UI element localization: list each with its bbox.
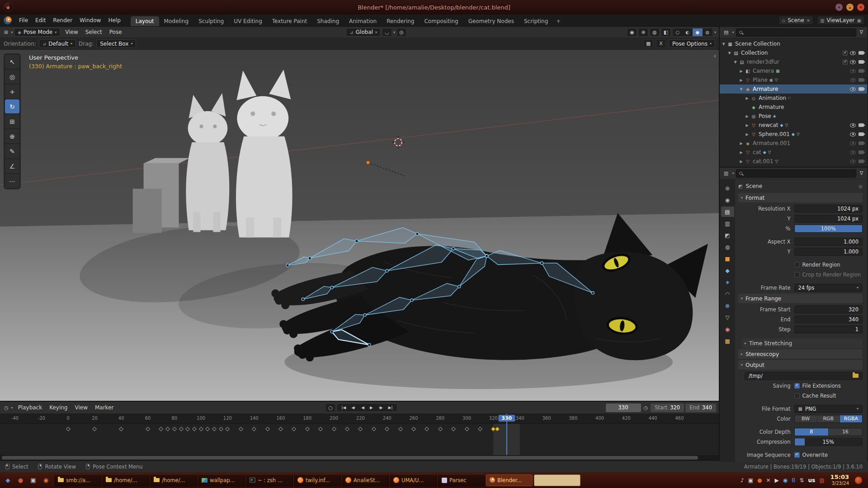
pose-options-dropdown[interactable]: Pose Options ▾ (669, 39, 715, 48)
properties-tab-output[interactable]: ▤ (721, 206, 734, 217)
transform-pivot-icon[interactable]: ▦ (643, 39, 653, 48)
properties-tab-tool[interactable]: ⊛ (721, 183, 734, 193)
flag-icon[interactable]: ▨ (819, 477, 824, 483)
taskbar-window-uma-u[interactable]: UMA/U... (390, 474, 437, 486)
timeline-ruler[interactable]: -40-200204060801001201401601802002202402… (0, 414, 719, 424)
drag-dropdown[interactable]: Select Box ▾ (96, 39, 136, 48)
menu-window[interactable]: Window (76, 16, 104, 25)
properties-tab-constraints[interactable]: ⊗ (721, 300, 734, 311)
bone-joint[interactable] (540, 262, 543, 264)
outliner-row-render3dfur[interactable]: ▼▤render3dfur (720, 57, 867, 66)
outliner-row-cat[interactable]: ▶▽cat◆▽ (720, 148, 867, 157)
filter-icon[interactable]: ∇ (859, 170, 864, 176)
play-button[interactable]: ▶ (368, 404, 375, 411)
launcher-2[interactable]: ● (15, 474, 26, 486)
shading-rendered-icon[interactable]: ◍ (703, 28, 712, 36)
workspace-tab-shading[interactable]: Shading (312, 16, 344, 26)
keyframe-diamond[interactable] (425, 427, 429, 432)
tool-annotate[interactable]: ✎ (5, 144, 19, 158)
scene-selector[interactable]: ◇ Scene ✕ (778, 16, 813, 25)
disable-render-camera-icon[interactable] (859, 132, 864, 136)
disable-render-camera-icon[interactable] (859, 87, 864, 91)
properties-tab-world[interactable]: ◍ (721, 242, 734, 252)
expand-arrow-icon[interactable]: ▼ (726, 51, 732, 55)
hide-viewport-eye-icon[interactable] (850, 51, 856, 55)
section-header-stereoscopy[interactable]: ▸Stereoscopy (738, 349, 863, 359)
field-step[interactable]: 1 (794, 325, 863, 333)
segment-option-rgba[interactable]: RGBA (840, 415, 862, 422)
hide-viewport-eye-icon[interactable] (850, 78, 856, 82)
next-keyframe-button[interactable]: ·▶ (376, 404, 385, 411)
taskbar-window-home[interactable]: /home/... (151, 474, 197, 486)
expand-arrow-icon[interactable]: ▶ (738, 150, 744, 155)
outliner-row-armature[interactable]: ▼◈Armature (720, 84, 867, 94)
expand-arrow-icon[interactable]: ▼ (721, 42, 726, 46)
taskbar-window-wallpap[interactable]: wallpap... (198, 474, 245, 486)
tray-updates-icon[interactable]: ⇅ (800, 477, 804, 483)
properties-tab-texture[interactable]: ▦ (721, 336, 734, 346)
taskbar-window-zsh[interactable]: >~ : zsh ... (246, 474, 293, 486)
properties-search-input[interactable] (736, 169, 856, 178)
viewport-3d[interactable]: User Perspective (330) Armature : paw_ba… (0, 50, 719, 401)
keyframe-diamond[interactable] (438, 427, 443, 432)
tool-transform[interactable]: ⊕ (5, 129, 19, 143)
bone-joint[interactable] (368, 343, 371, 346)
keyframe-diamond[interactable] (318, 427, 323, 432)
launcher-3[interactable]: ▣ (28, 474, 39, 486)
taskbar-clock[interactable]: 15:03 3/23/24 (830, 474, 849, 486)
outliner-row-armature-001[interactable]: ▶◈Armature.001 (720, 139, 867, 148)
new-layer-icon[interactable]: ▣ (857, 18, 861, 23)
keyboard-layout-indicator[interactable]: us (808, 477, 816, 483)
hide-viewport-eye-icon[interactable] (850, 132, 856, 136)
editor-type-icon[interactable]: ⊞ (3, 29, 9, 35)
tray-network-icon[interactable]: ◉ (783, 477, 788, 483)
properties-tab-material[interactable]: ◉ (721, 324, 734, 334)
filter-icon[interactable]: ∇ (859, 29, 864, 35)
bone-joint[interactable] (591, 291, 594, 294)
taskbar-window-home[interactable]: /home/... (103, 474, 149, 486)
expand-arrow-icon[interactable]: ▶ (744, 132, 750, 136)
section-header-output[interactable]: ▾Output (738, 360, 863, 370)
shading-solid-icon[interactable]: ◐ (683, 28, 693, 36)
shading-material-icon[interactable]: ◉ (693, 28, 703, 36)
bone-joint[interactable] (452, 247, 455, 250)
section-header-frame-range[interactable]: ▾Frame Range (738, 294, 863, 303)
keyframe-diamond[interactable] (345, 427, 349, 432)
keyframe-diamond[interactable] (278, 427, 283, 432)
properties-tab-object[interactable]: ■ (721, 253, 734, 264)
outliner-row-collection[interactable]: ▼▤Collection (720, 48, 867, 57)
hide-viewport-eye-icon[interactable] (850, 150, 856, 155)
tray-notifier-icon[interactable]: ● (757, 477, 762, 483)
expand-arrow-icon[interactable]: ▶ (738, 141, 744, 145)
viewport-menu-view[interactable]: View (61, 28, 81, 37)
timeline-menu-keying[interactable]: Keying (46, 403, 71, 412)
timeline-scrollbar[interactable] (0, 455, 719, 460)
dropdown-frame-rate[interactable]: 24 fps▾ (794, 284, 863, 292)
tray-toolbox-icon[interactable]: ▣ (748, 477, 753, 483)
checkbox-crop-to-render-region[interactable] (794, 272, 800, 277)
properties-tab-render[interactable]: ◉ (721, 195, 734, 205)
keyframe-diamond[interactable] (225, 427, 230, 432)
exclude-checkbox[interactable] (843, 60, 848, 65)
taskbar-window-smb-a[interactable]: smb://a... (55, 474, 101, 486)
hide-viewport-eye-icon[interactable] (850, 141, 856, 145)
tool-move[interactable]: + (5, 84, 19, 99)
window-app-icon[interactable]: ◉ (4, 3, 13, 12)
properties-tab-physics[interactable]: ◠ (721, 289, 734, 299)
keyframe-diamond[interactable] (385, 427, 389, 432)
bone-joint[interactable] (363, 314, 366, 316)
view-layer-selector[interactable]: ▥ ViewLayer ▣ (817, 16, 864, 25)
workspace-tab-scripting[interactable]: Scripting (519, 16, 553, 26)
viewport-menu-select[interactable]: Select (82, 28, 106, 37)
disable-render-camera-icon[interactable] (859, 150, 864, 154)
tray-media-icon[interactable]: ♪ (741, 477, 744, 483)
outliner-row-newcat[interactable]: ▶▽newcat◆▽ (720, 121, 867, 130)
xray-toggle-icon[interactable]: ◧ (661, 28, 671, 37)
keyframe-diamond[interactable] (192, 427, 197, 432)
viewport-menu-pose[interactable]: Pose (106, 28, 126, 37)
expand-arrow-icon[interactable]: ▶ (744, 114, 750, 118)
tool-scale[interactable]: ⊞ (5, 114, 19, 128)
tool-extra-tool[interactable]: ⋯ (5, 174, 19, 188)
folder-icon[interactable] (853, 374, 859, 378)
orientation-setting-dropdown[interactable]: ⊿ Default ▾ (39, 39, 76, 48)
